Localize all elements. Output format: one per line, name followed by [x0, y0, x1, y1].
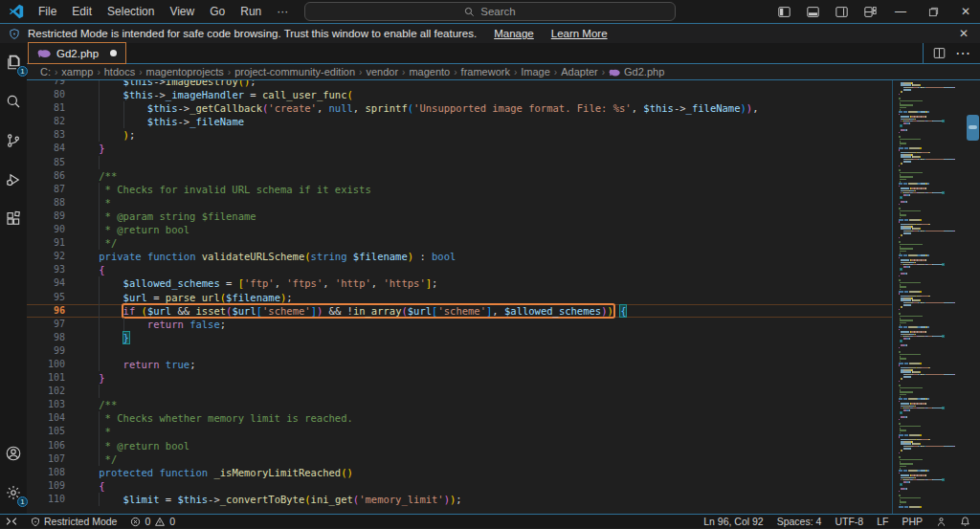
restricted-mode-label: Restricted Mode	[44, 516, 117, 527]
run-debug-icon[interactable]	[2, 168, 25, 191]
code-line[interactable]: 110 $limit = $this->_convertToByte(ini_g…	[27, 493, 892, 506]
restore-button[interactable]	[919, 0, 947, 23]
minimap[interactable]	[892, 80, 965, 514]
code-line[interactable]: 100 return true;	[27, 358, 892, 371]
cursor-position[interactable]: Ln 96, Col 92	[703, 516, 763, 527]
code-line[interactable]: 104 * Checks whether memory limit is rea…	[27, 411, 892, 425]
code-line[interactable]: 88 *	[27, 196, 892, 209]
customize-layout-icon[interactable]	[858, 2, 882, 21]
code-lines: 79 $this->imageDestroy();80 $this->_imag…	[27, 80, 892, 506]
feedback-icon[interactable]	[936, 517, 947, 527]
code-line[interactable]: 108 protected function _isMemoryLimitRea…	[27, 466, 892, 479]
indentation-status[interactable]: Spaces: 4	[777, 516, 822, 527]
code-line[interactable]: 85	[27, 156, 892, 169]
minimize-button[interactable]: —	[886, 0, 915, 23]
breadcrumb-segment[interactable]: xampp	[61, 66, 93, 77]
tab-gd2-php[interactable]: Gd2.php	[29, 43, 125, 63]
toggle-panel-icon[interactable]	[800, 2, 825, 21]
remote-icon	[6, 517, 17, 526]
breadcrumb-segment[interactable]: project-community-edition	[234, 66, 355, 77]
code-line[interactable]: 105 *	[27, 425, 892, 438]
breadcrumb-separator-icon: ›	[139, 67, 142, 77]
code-line[interactable]: 89 * @param string $filename	[27, 209, 892, 223]
code-line[interactable]: 96 if ($url && isset($url['scheme']) && …	[27, 304, 892, 318]
extensions-icon[interactable]	[2, 208, 25, 231]
command-center-search[interactable]: Search	[304, 2, 676, 21]
code-line[interactable]: 95 $url = parse_url($filename);	[27, 291, 892, 304]
code-line[interactable]: 109 {	[27, 479, 892, 493]
code-line[interactable]: 91 */	[27, 236, 892, 250]
code-pane[interactable]: 79 $this->imageDestroy();80 $this->_imag…	[27, 80, 892, 514]
code-line[interactable]: 94 $allowed_schemes = ['ftp', 'ftps', 'h…	[27, 276, 892, 290]
breadcrumb-separator-icon: ›	[454, 67, 457, 77]
language-mode[interactable]: PHP	[902, 516, 923, 527]
menu-run[interactable]: Run	[234, 3, 268, 20]
vscode-logo-icon	[9, 4, 24, 19]
toggle-sidebar-icon[interactable]	[771, 2, 796, 21]
breadcrumb-separator-icon: ›	[97, 67, 100, 77]
source-control-icon[interactable]	[2, 129, 25, 152]
code-line[interactable]: 93 {	[27, 263, 892, 276]
restricted-mode-status[interactable]: Restricted Mode	[31, 516, 117, 527]
breadcrumb-segment[interactable]: Image	[521, 66, 550, 77]
breadcrumb-segment[interactable]: htdocs	[104, 66, 135, 77]
code-line[interactable]: 106 * @return bool	[27, 439, 892, 452]
code-line[interactable]: 99	[27, 344, 892, 358]
code-line[interactable]: 102	[27, 385, 892, 398]
menu-go[interactable]: Go	[203, 3, 232, 20]
code-line[interactable]: 92 private function validateURLScheme(st…	[27, 250, 892, 263]
breadcrumb-segment[interactable]: magento	[409, 66, 450, 77]
manage-link[interactable]: Manage	[494, 28, 534, 39]
code-line[interactable]: 103 /**	[27, 398, 892, 411]
eol-status[interactable]: LF	[877, 516, 888, 527]
breadcrumb-segment[interactable]: Adapter	[561, 66, 598, 77]
toggle-secondary-sidebar-icon[interactable]	[829, 2, 854, 21]
breadcrumb-separator-icon: ›	[359, 67, 362, 77]
breadcrumb-separator-icon: ›	[514, 67, 517, 77]
breadcrumb-segment[interactable]: magentoprojects	[145, 66, 223, 77]
breadcrumb-segment[interactable]: C:	[40, 66, 51, 77]
code-line[interactable]: 86 /**	[27, 169, 892, 183]
code-line[interactable]: 80 $this->_imageHandler = call_user_func…	[27, 88, 892, 101]
problems-status[interactable]: 0 0	[130, 516, 175, 527]
close-window-button[interactable]: ✕	[951, 0, 980, 23]
code-line[interactable]: 98 }	[27, 331, 892, 344]
breadcrumb-segment[interactable]: vendor	[366, 66, 398, 77]
code-line[interactable]: 107 */	[27, 452, 892, 466]
php-file-icon	[37, 48, 51, 58]
notifications-bell-icon[interactable]	[960, 516, 970, 527]
menu-edit[interactable]: Edit	[65, 3, 99, 20]
menu-selection[interactable]: Selection	[100, 3, 161, 20]
code-line[interactable]: 82 $this->_fileName	[27, 115, 892, 128]
breadcrumb-segment[interactable]: Gd2.php	[609, 66, 664, 77]
code-line[interactable]: 79 $this->imageDestroy();	[27, 80, 892, 88]
breadcrumb-separator-icon: ›	[554, 67, 557, 77]
breadcrumb-separator-icon: ›	[602, 67, 605, 77]
learn-more-link[interactable]: Learn More	[551, 28, 608, 39]
code-line[interactable]: 90 * @return bool	[27, 223, 892, 236]
breadcrumb-segment[interactable]: framework	[461, 66, 510, 77]
code-line[interactable]: 97 return false;	[27, 318, 892, 331]
menu-more[interactable]: ···	[270, 3, 295, 20]
code-line[interactable]: 83 );	[27, 128, 892, 142]
code-line[interactable]: 101 }	[27, 371, 892, 385]
search-sidebar-icon[interactable]	[2, 90, 25, 113]
encoding-status[interactable]: UTF-8	[835, 516, 863, 527]
editor-more-actions-icon[interactable]: ⋯	[955, 44, 970, 62]
scrollbar-thumb[interactable]	[967, 115, 979, 141]
code-line[interactable]: 81 $this->_getCallback('create', null, s…	[27, 101, 892, 115]
scrollbar-track[interactable]	[965, 80, 980, 514]
warnings-icon	[154, 517, 166, 527]
code-line[interactable]: 84 }	[27, 142, 892, 155]
banner-close-icon[interactable]: ✕	[959, 27, 969, 40]
account-icon[interactable]	[2, 442, 25, 465]
split-editor-icon[interactable]	[933, 47, 946, 59]
code-line[interactable]: 87 * Checks for invalid URL schema if it…	[27, 183, 892, 196]
modified-dot-icon[interactable]	[110, 50, 117, 56]
explorer-icon[interactable]: 1	[2, 51, 25, 74]
menu-view[interactable]: View	[163, 3, 201, 20]
menu-file[interactable]: File	[32, 3, 63, 20]
settings-gear-icon[interactable]: 1	[2, 481, 25, 504]
remote-indicator[interactable]	[6, 517, 17, 526]
warnings-count: 0	[169, 516, 175, 527]
